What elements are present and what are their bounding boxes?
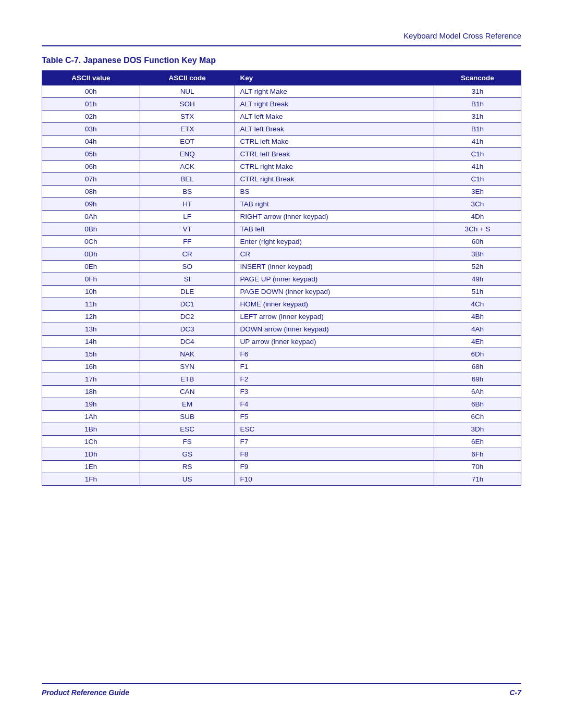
table-row: 05hENQCTRL left BreakC1h: [42, 148, 521, 161]
table-title: Table C-7. Japanese DOS Function Key Map: [42, 56, 521, 65]
table-row: 0FhSIPAGE UP (inner keypad)49h: [42, 273, 521, 286]
table-row: 0ChFFEnter (right keypad)60h: [42, 236, 521, 248]
table-cell: 1Bh: [42, 423, 140, 436]
table-cell: 0Fh: [42, 273, 140, 286]
table-cell: LEFT arrow (inner keypad): [235, 311, 434, 323]
table-cell: NAK: [140, 348, 235, 361]
table-cell: 52h: [434, 261, 521, 273]
table-cell: 0Ch: [42, 236, 140, 248]
table-cell: 01h: [42, 98, 140, 110]
table-cell: 15h: [42, 348, 140, 361]
table-cell: 71h: [434, 473, 521, 486]
table-cell: BS: [235, 186, 434, 198]
table-cell: CTRL left Make: [235, 135, 434, 148]
table-row: 02hSTXALT left Make31h: [42, 110, 521, 123]
table-cell: F3: [235, 386, 434, 398]
table-cell: 16h: [42, 361, 140, 373]
table-cell: F2: [235, 373, 434, 386]
table-row: 0DhCRCR3Bh: [42, 248, 521, 261]
table-cell: 1Ch: [42, 436, 140, 448]
table-cell: 3Bh: [434, 248, 521, 261]
table-cell: PAGE UP (inner keypad): [235, 273, 434, 286]
table-row: 19hEMF46Bh: [42, 398, 521, 411]
table-row: 12hDC2LEFT arrow (inner keypad)4Bh: [42, 311, 521, 323]
table-cell: 3Eh: [434, 186, 521, 198]
table-cell: F8: [235, 448, 434, 461]
table-cell: 6Bh: [434, 398, 521, 411]
table-cell: 6Ch: [434, 411, 521, 423]
table-cell: F10: [235, 473, 434, 486]
table-cell: 0Dh: [42, 248, 140, 261]
table-row: 1FhUSF1071h: [42, 473, 521, 486]
table-cell: 02h: [42, 110, 140, 123]
table-row: 0AhLFRIGHT arrow (inner keypad)4Dh: [42, 211, 521, 223]
table-cell: 6Ah: [434, 386, 521, 398]
table-cell: RIGHT arrow (inner keypad): [235, 211, 434, 223]
col-key: Key: [235, 71, 434, 85]
table-row: 16hSYNF168h: [42, 361, 521, 373]
table-row: 06hACKCTRL right Make41h: [42, 161, 521, 173]
table-header-row: ASCII value ASCII code Key Scancode: [42, 71, 521, 85]
table-cell: Enter (right keypad): [235, 236, 434, 248]
table-cell: SI: [140, 273, 235, 286]
table-cell: SO: [140, 261, 235, 273]
table-cell: F5: [235, 411, 434, 423]
table-cell: 3Ch: [434, 198, 521, 211]
table-row: 00hNULALT right Make31h: [42, 85, 521, 98]
table-cell: 1Fh: [42, 473, 140, 486]
table-cell: PAGE DOWN (inner keypad): [235, 286, 434, 298]
page-header: Keyboard Model Cross Reference: [42, 31, 521, 40]
footer-divider: [42, 683, 521, 684]
page-container: Keyboard Model Cross Reference Table C-7…: [0, 0, 563, 728]
table-row: 15hNAKF66Dh: [42, 348, 521, 361]
table-cell: F1: [235, 361, 434, 373]
table-cell: DC2: [140, 311, 235, 323]
table-cell: ESC: [235, 423, 434, 436]
table-cell: CTRL right Break: [235, 173, 434, 186]
table-cell: 4Ch: [434, 298, 521, 311]
table-row: 0EhSOINSERT (inner keypad)52h: [42, 261, 521, 273]
table-cell: 1Dh: [42, 448, 140, 461]
table-cell: 17h: [42, 373, 140, 386]
table-cell: 03h: [42, 123, 140, 135]
table-row: 1ChFSF76Eh: [42, 436, 521, 448]
table-row: 1AhSUBF56Ch: [42, 411, 521, 423]
table-cell: DC4: [140, 336, 235, 348]
table-row: 09hHTTAB right3Ch: [42, 198, 521, 211]
main-table: ASCII value ASCII code Key Scancode 00hN…: [42, 70, 521, 486]
table-cell: 1Ah: [42, 411, 140, 423]
table-cell: 6Dh: [434, 348, 521, 361]
table-cell: ALT right Break: [235, 98, 434, 110]
table-cell: ETB: [140, 373, 235, 386]
col-ascii-code: ASCII code: [140, 71, 235, 85]
col-scancode: Scancode: [434, 71, 521, 85]
table-cell: 31h: [434, 85, 521, 98]
table-cell: ETX: [140, 123, 235, 135]
table-cell: SUB: [140, 411, 235, 423]
table-cell: HT: [140, 198, 235, 211]
table-cell: FF: [140, 236, 235, 248]
table-cell: RS: [140, 461, 235, 473]
table-cell: EM: [140, 398, 235, 411]
table-cell: 00h: [42, 85, 140, 98]
table-row: 01hSOHALT right BreakB1h: [42, 98, 521, 110]
table-cell: 07h: [42, 173, 140, 186]
header-title: Keyboard Model Cross Reference: [403, 31, 521, 40]
table-cell: CR: [140, 248, 235, 261]
col-ascii-value: ASCII value: [42, 71, 140, 85]
table-cell: 1Eh: [42, 461, 140, 473]
table-cell: CAN: [140, 386, 235, 398]
footer-right: C-7: [509, 688, 521, 697]
table-cell: 0Bh: [42, 223, 140, 236]
table-cell: F7: [235, 436, 434, 448]
table-cell: TAB right: [235, 198, 434, 211]
table-cell: BS: [140, 186, 235, 198]
table-cell: F4: [235, 398, 434, 411]
table-cell: EOT: [140, 135, 235, 148]
table-cell: US: [140, 473, 235, 486]
table-cell: CR: [235, 248, 434, 261]
table-row: 08hBSBS3Eh: [42, 186, 521, 198]
table-cell: B1h: [434, 123, 521, 135]
table-cell: 4Dh: [434, 211, 521, 223]
table-cell: F9: [235, 461, 434, 473]
